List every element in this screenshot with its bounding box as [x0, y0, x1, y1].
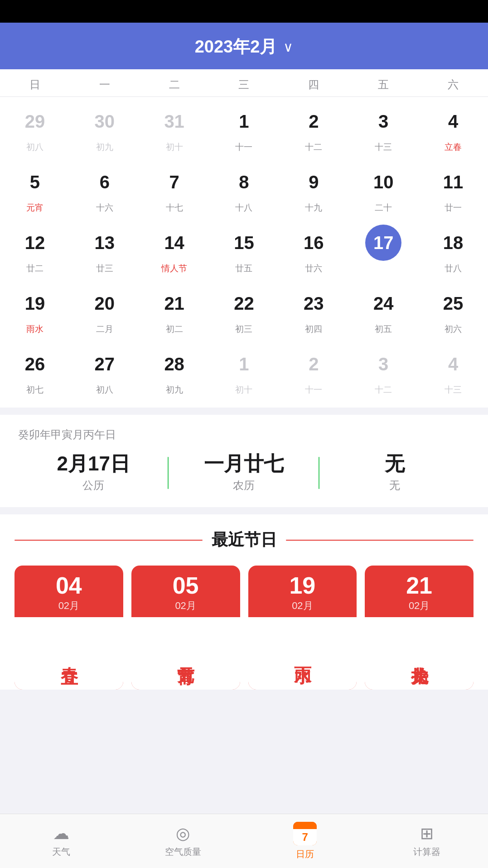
day-lunar: 廿五: [235, 263, 252, 274]
holiday-card-month: 02月: [406, 599, 432, 613]
day-lunar: 十九: [305, 202, 322, 214]
holiday-card-date-top: 2102月: [401, 566, 437, 617]
weekday-wed: 三: [209, 77, 279, 92]
day-lunar: 十六: [96, 202, 113, 214]
calendar-day[interactable]: 20二月: [70, 279, 140, 340]
calendar-day[interactable]: 22初三: [209, 279, 279, 340]
day-number: 2: [295, 346, 332, 382]
day-lunar: 十一: [235, 141, 252, 153]
nav-air-quality-label: 空气质量: [165, 846, 201, 858]
day-number: 18: [435, 225, 471, 261]
day-number: 15: [226, 225, 262, 261]
calendar-day[interactable]: 21初二: [140, 279, 209, 340]
nav-weather[interactable]: ☁ 天气: [0, 814, 122, 868]
day-number: 28: [156, 346, 193, 382]
calendar-day[interactable]: 25初六: [418, 279, 488, 340]
holiday-card-body: 立春: [14, 617, 123, 690]
calendar-day[interactable]: 29初八: [0, 97, 70, 158]
calendar-day[interactable]: 19雨水: [0, 279, 70, 340]
bottom-nav: ☁ 天气 ◎ 空气质量 7 日历 ⊞ 计算器: [0, 814, 488, 868]
day-lunar: 二月: [96, 323, 113, 335]
day-number: 20: [87, 285, 123, 321]
holiday-card-month: 02月: [56, 599, 82, 613]
day-number: 25: [435, 285, 471, 321]
day-number: 1: [226, 346, 262, 382]
day-number: 21: [156, 285, 193, 321]
calendar-day[interactable]: 3十二: [348, 340, 418, 400]
calendar-day[interactable]: 1十一: [209, 97, 279, 158]
day-lunar: 初七: [26, 384, 43, 396]
calendar-day[interactable]: 17廿七: [348, 218, 418, 279]
calendar-day[interactable]: 15廿五: [209, 218, 279, 279]
title-line-left: [14, 540, 203, 541]
day-lunar: 十二: [305, 141, 322, 153]
holiday-card[interactable]: 2102月龙抬头: [365, 566, 474, 690]
weekday-tue: 二: [140, 77, 209, 92]
day-lunar: 情人节: [161, 263, 187, 274]
holiday-card[interactable]: 0502月元宵节: [131, 566, 240, 690]
calendar-day[interactable]: 7十七: [140, 158, 209, 218]
day-lunar: 初九: [96, 141, 113, 153]
nav-air-quality[interactable]: ◎ 空气质量: [122, 814, 244, 868]
calendar-day[interactable]: 8十八: [209, 158, 279, 218]
holiday-card[interactable]: 1902月雨水: [248, 566, 357, 690]
air-quality-icon: ◎: [176, 824, 190, 843]
calendar-day[interactable]: 12廿二: [0, 218, 70, 279]
calendar-grid: 29初八30初九31初十1十一2十二3十三4立春5元宵6十六7十七8十八9十九1…: [0, 97, 488, 408]
day-number: 29: [17, 103, 53, 139]
day-number: 17: [365, 225, 401, 261]
day-number: 5: [17, 164, 53, 200]
calendar-day[interactable]: 16廿六: [279, 218, 348, 279]
holiday-card[interactable]: 0402月立春: [14, 566, 123, 690]
chevron-down-icon[interactable]: ∨: [283, 39, 293, 55]
day-number: 14: [156, 225, 193, 261]
calendar-day[interactable]: 4十三: [418, 340, 488, 400]
calculator-icon: ⊞: [420, 824, 434, 843]
calendar-day[interactable]: 24初五: [348, 279, 418, 340]
weekday-row: 日 一 二 三 四 五 六: [0, 69, 488, 97]
nav-calendar-label: 日历: [296, 848, 314, 860]
calendar-day[interactable]: 9十九: [279, 158, 348, 218]
holiday-card-day: 05: [173, 574, 199, 597]
calendar-icon-number: 7: [302, 831, 308, 844]
calendar-day[interactable]: 23初四: [279, 279, 348, 340]
day-lunar: 初二: [166, 323, 183, 335]
calendar-day[interactable]: 4立春: [418, 97, 488, 158]
calendar-day[interactable]: 18廿八: [418, 218, 488, 279]
day-lunar: 初十: [166, 141, 183, 153]
nav-calculator[interactable]: ⊞ 计算器: [366, 814, 488, 868]
month-year-title: 2023年2月: [195, 35, 277, 58]
weekday-fri: 五: [348, 77, 418, 92]
calendar-day[interactable]: 5元宵: [0, 158, 70, 218]
lunar-date-value: 一月廿七: [204, 453, 284, 475]
calendar-day[interactable]: 11廿一: [418, 158, 488, 218]
nav-calendar[interactable]: 7 日历: [244, 814, 366, 868]
calendar-day[interactable]: 30初九: [70, 97, 140, 158]
calendar-day[interactable]: 27初八: [70, 340, 140, 400]
calendar-day[interactable]: 13廿三: [70, 218, 140, 279]
calendar-day[interactable]: 14情人节: [140, 218, 209, 279]
calendar-day[interactable]: 31初十: [140, 97, 209, 158]
holiday-cards: 0402月立春0502月元宵节1902月雨水2102月龙抬头: [14, 566, 474, 690]
calendar-icon-top: [293, 822, 317, 829]
gregorian-date-item: 2月17日 公历: [18, 453, 169, 493]
calendar-day[interactable]: 2十一: [279, 340, 348, 400]
day-lunar: 十一: [305, 384, 322, 396]
day-number: 10: [365, 164, 401, 200]
calendar-day[interactable]: 28初九: [140, 340, 209, 400]
day-number: 6: [87, 164, 123, 200]
gregorian-date-value: 2月17日: [57, 453, 130, 475]
calendar-day[interactable]: 26初七: [0, 340, 70, 400]
day-number: 22: [226, 285, 262, 321]
day-number: 30: [87, 103, 123, 139]
calendar-day[interactable]: 3十三: [348, 97, 418, 158]
calendar-day[interactable]: 6十六: [70, 158, 140, 218]
calendar-day[interactable]: 10二十: [348, 158, 418, 218]
weekday-thu: 四: [279, 77, 348, 92]
calendar-day[interactable]: 2十二: [279, 97, 348, 158]
day-number: 23: [295, 285, 332, 321]
nav-calculator-label: 计算器: [413, 846, 440, 858]
day-lunar: 初八: [96, 384, 113, 396]
calendar-day[interactable]: 1初十: [209, 340, 279, 400]
day-lunar: 廿六: [305, 263, 322, 274]
